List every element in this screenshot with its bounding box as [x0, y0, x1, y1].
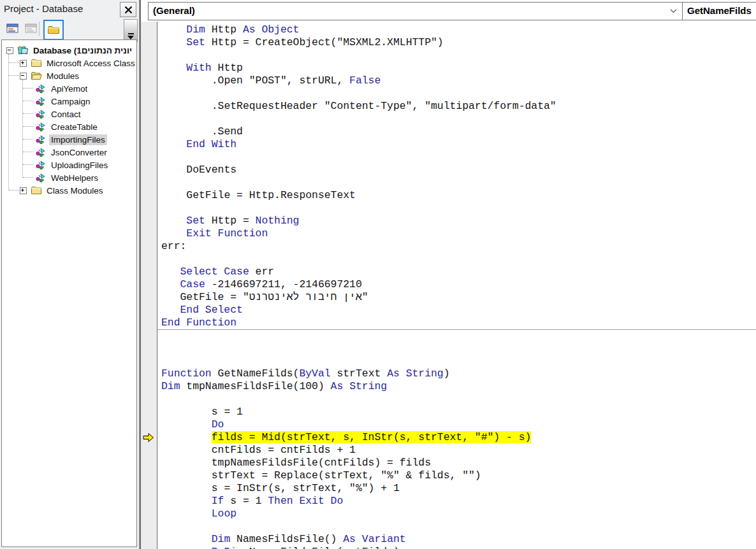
procedure-selector-row: (General) GetNameFilds — [141, 0, 756, 22]
module-icon — [35, 109, 47, 119]
code-line[interactable] — [157, 393, 756, 406]
project-panel-header[interactable]: Project - Database — [0, 0, 139, 18]
tree-item-label[interactable]: WebHelpers — [49, 173, 100, 183]
tree-item-apiyemot[interactable]: ApiYemot — [2, 82, 136, 95]
tree-item-label[interactable]: Campaign — [49, 96, 92, 107]
tree-item-label[interactable]: Contact — [49, 109, 83, 120]
code-line[interactable]: End With — [157, 138, 756, 151]
code-line[interactable]: cntFilds = cntFilds + 1 — [157, 444, 756, 457]
form-window-icon — [6, 24, 19, 34]
code-line[interactable]: If s = 1 Then Exit Do — [157, 495, 756, 508]
code-line[interactable] — [157, 87, 756, 100]
code-line[interactable]: filds = Mid(strText, s, InStr(s, strText… — [157, 431, 756, 444]
code-line[interactable] — [157, 253, 756, 266]
code-line[interactable] — [157, 342, 756, 355]
object-dropdown[interactable]: (General) — [148, 2, 683, 20]
code-line[interactable]: Exit Function — [157, 227, 756, 240]
code-line[interactable]: Dim NamesFildsFile() As Variant — [157, 533, 756, 546]
tree-guide — [23, 152, 33, 152]
code-line[interactable]: .Send — [157, 125, 756, 138]
tree-item-campaign[interactable]: Campaign — [2, 95, 136, 108]
tree-item-label[interactable]: ImportingFiles — [49, 134, 107, 145]
collapse-minus-icon[interactable] — [6, 47, 13, 54]
code-line[interactable]: .Open "POST", strURL, False — [157, 75, 756, 87]
code-line[interactable] — [157, 355, 756, 367]
tree-item-importingfiles[interactable]: ImportingFiles — [2, 133, 136, 146]
tree-guide — [23, 139, 33, 139]
close-button[interactable] — [120, 2, 136, 17]
tree-item-jsonconverter[interactable]: JsonConverter — [2, 146, 136, 159]
code-line[interactable]: End Function — [157, 317, 756, 329]
code-line[interactable]: Dim tmpNamesFildsFile(100) As String — [157, 380, 756, 393]
code-line[interactable]: End Select — [157, 304, 756, 317]
code-line[interactable]: Loop — [157, 508, 756, 520]
code-editor-region: (General) GetNameFilds Dim Http As Objec… — [140, 0, 756, 549]
toggle-folders-button[interactable] — [43, 20, 64, 40]
tree-item-createtable[interactable]: CreateTable — [2, 120, 136, 133]
execution-point-arrow-icon[interactable] — [143, 432, 154, 443]
tree-guide — [9, 62, 19, 63]
tree-item-class-modules[interactable]: Class Modules — [2, 184, 136, 197]
procedure-dropdown[interactable]: GetNameFilds — [682, 2, 756, 20]
code-line[interactable]: s = 1 — [157, 406, 756, 418]
code-line[interactable]: With Http — [157, 62, 756, 75]
tree-item-label[interactable]: UploadingFiles — [49, 160, 110, 171]
expand-plus-icon[interactable] — [20, 60, 27, 67]
module-icon — [35, 96, 47, 106]
form-window-icon-disabled — [25, 24, 38, 34]
code-line[interactable]: strText = Replace(strText, "%" & filds, … — [157, 469, 756, 482]
code-line[interactable]: GetFile = Http.ResponseText — [157, 189, 756, 202]
chevron-down-icon[interactable] — [670, 9, 677, 13]
tree-item-uploadingfiles[interactable]: UploadingFiles — [2, 159, 136, 171]
code-line[interactable]: ReDim NamesFildsFile(cntFilds) — [157, 546, 756, 549]
tree-item-label[interactable]: JsonConverter — [49, 147, 109, 158]
code-line[interactable] — [157, 113, 756, 125]
code-pane[interactable]: Dim Http As Object Set Http = CreateObje… — [157, 22, 756, 549]
code-line[interactable]: DoEvents — [157, 164, 756, 176]
view-code-button[interactable] — [4, 20, 21, 37]
code-line[interactable] — [157, 49, 756, 62]
tree-item-label[interactable]: Microsoft Access Class Objects — [45, 58, 137, 69]
code-line[interactable]: Function GetNameFilds(ByVal strText As S… — [157, 367, 756, 380]
view-object-button[interactable] — [23, 20, 40, 37]
code-line[interactable] — [157, 202, 756, 215]
tree-guide — [9, 75, 19, 76]
code-line[interactable]: Set Http = Nothing — [157, 215, 756, 227]
tree-item-label[interactable]: CreateTable — [49, 122, 99, 132]
code-line[interactable]: Set Http = CreateObject("MSXML2.XMLHTTP"… — [157, 36, 756, 49]
code-line[interactable]: .SetRequestHeader "Content-Type", "multi… — [157, 100, 756, 113]
tree-item-label[interactable]: Class Modules — [45, 185, 105, 196]
tree-item-modules[interactable]: Modules — [2, 69, 136, 82]
collapse-minus-icon[interactable] — [20, 73, 27, 80]
code-line[interactable]: Do — [157, 418, 756, 431]
folder-open-icon — [31, 71, 42, 81]
project-explorer-panel: Project - Database — [0, 0, 140, 549]
toolbar-overflow-button[interactable] — [124, 19, 138, 42]
code-line[interactable] — [157, 520, 756, 533]
expand-plus-icon[interactable] — [20, 187, 27, 194]
code-line[interactable]: s = InStr(s, strText, "%") + 1 — [157, 482, 756, 495]
code-line[interactable]: GetFile = "אין חיבור לאינטרנט" — [157, 291, 756, 304]
code-line[interactable] — [157, 176, 756, 189]
tree-guide — [23, 177, 33, 178]
code-line[interactable]: Select Case err — [157, 266, 756, 278]
tree-item-label[interactable]: Database (יונית הנתונים1 — [31, 45, 134, 56]
project-tree: Database (יונית הנתונים1Microsoft Access… — [1, 39, 137, 547]
tree-item-microsoft-access-class-objects[interactable]: Microsoft Access Class Objects — [2, 57, 136, 69]
tree-item-webhelpers[interactable]: WebHelpers — [2, 171, 136, 184]
code-line[interactable]: Dim Http As Object — [157, 24, 756, 36]
code-line[interactable] — [157, 151, 756, 164]
tree-item-label[interactable]: Modules — [45, 71, 81, 82]
tree-item-label[interactable]: ApiYemot — [49, 83, 89, 94]
code-line[interactable]: tmpNamesFildsFile(cntFilds) = filds — [157, 457, 756, 469]
code-line[interactable]: err: — [157, 240, 756, 253]
project-panel-toolbar — [0, 18, 139, 39]
tree-guide — [23, 88, 33, 89]
tree-item-database-[interactable]: Database (יונית הנתונים1 — [2, 44, 136, 57]
module-icon — [35, 160, 47, 170]
code-line[interactable]: Case -2146697211, -2146697210 — [157, 278, 756, 291]
tree-item-contact[interactable]: Contact — [2, 108, 136, 120]
margin-indicator-bar[interactable] — [141, 22, 157, 549]
database-icon — [17, 45, 29, 55]
procedure-separator[interactable] — [157, 329, 756, 342]
